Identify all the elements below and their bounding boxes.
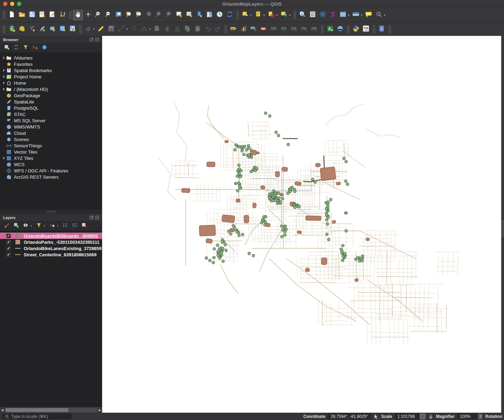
collapse-tree-button[interactable]	[31, 45, 38, 52]
layers-float-button[interactable]	[90, 216, 93, 219]
toolbar-handle[interactable]	[321, 25, 323, 34]
browser-item-wfs-ogc-api-features[interactable]: WFS / OGC API - Features	[0, 168, 102, 174]
browser-item-cloud[interactable]: Cloud	[0, 130, 102, 136]
delete-selected-button[interactable]	[162, 24, 172, 34]
open-project-button[interactable]	[17, 10, 27, 20]
scale-combobox[interactable]: 1:101786 ▼	[395, 413, 426, 419]
browser-item-wcs[interactable]: WCS	[0, 161, 102, 168]
zoom-full-button[interactable]	[113, 10, 123, 20]
select-features-dropdown-arrow[interactable]: ▾	[250, 14, 253, 17]
attribute-table-button[interactable]	[338, 10, 348, 20]
layout-manager-button[interactable]	[47, 10, 57, 20]
add-record-button[interactable]	[129, 24, 139, 34]
toggle-editing-button[interactable]	[96, 24, 106, 34]
new-3d-map-view-button[interactable]	[184, 10, 194, 20]
deselect-button[interactable]	[266, 10, 276, 20]
new-scratch-layer-button[interactable]	[47, 24, 57, 34]
browser-item-ms-sql-server[interactable]: MS SQL Server	[0, 117, 102, 124]
style-manager-button[interactable]	[57, 10, 67, 20]
expander-icon[interactable]	[2, 88, 6, 91]
label-rotate-button[interactable]: abc	[279, 24, 289, 34]
filter-dropdown-arrow[interactable]: ▾	[43, 225, 46, 227]
browser-item-stac[interactable]: STAC	[0, 111, 102, 117]
scroll-left-arrow[interactable]: ◀	[0, 409, 5, 412]
browser-close-button[interactable]	[95, 38, 99, 41]
zoom-next-button[interactable]	[164, 10, 174, 20]
toolbar-handle[interactable]	[69, 10, 71, 20]
scale-dropdown-arrow[interactable]: ▼	[420, 413, 426, 419]
refresh-small-button[interactable]	[13, 45, 20, 52]
expander-icon[interactable]	[2, 81, 6, 84]
save-edits-button[interactable]	[106, 24, 116, 34]
layer-checkbox[interactable]: ✓	[6, 240, 11, 244]
new-project-button[interactable]	[7, 10, 17, 20]
filter-button[interactable]	[35, 223, 42, 230]
themes-button[interactable]	[22, 223, 29, 230]
new-bookmark-button[interactable]	[194, 10, 204, 20]
browser-item-postgresql[interactable]: PostgreSQL	[0, 105, 102, 111]
current-edits-button[interactable]	[83, 24, 93, 34]
attribute-table-dropdown-arrow[interactable]: ▾	[347, 14, 350, 17]
toolbar-handle[interactable]	[79, 25, 82, 34]
new-mesh-layer-button[interactable]	[67, 24, 77, 34]
label-move-button[interactable]: abc	[269, 24, 279, 34]
paste-features-button[interactable]	[192, 24, 203, 34]
browser-item-xyz-tiles[interactable]: XYZ Tiles	[0, 155, 102, 161]
expression-button[interactable]: ε	[48, 223, 55, 230]
expander-icon[interactable]	[2, 56, 6, 59]
browser-item-spatial-bookmarks[interactable]: Spatial Bookmarks	[0, 67, 102, 73]
browser-item-sensorthings[interactable]: SensorThings	[0, 142, 102, 149]
remove-layer-button[interactable]	[81, 223, 87, 230]
zoom-native-button[interactable]: 1:1	[144, 10, 154, 20]
map-tips-button[interactable]	[364, 10, 374, 20]
plugin-f-button[interactable]: F	[325, 24, 335, 34]
layer-row[interactable]: ✓OrlandoParks_-53011503432395111	[0, 239, 102, 245]
layer-row[interactable]: ✓OrlandoBoardsBillboards_-809605	[0, 233, 102, 239]
toggle-extents-icon[interactable]	[373, 414, 379, 419]
browser-item-geopackage[interactable]: GeoPackage	[0, 92, 102, 99]
right-toolbar-handle[interactable]	[502, 220, 504, 237]
browser-float-button[interactable]	[90, 38, 93, 41]
coordinate-input[interactable]: 28.7594°, -81.6025°	[328, 413, 371, 419]
toolbar-handle[interactable]	[224, 25, 227, 34]
expander-icon[interactable]	[2, 157, 6, 160]
redo-button[interactable]	[213, 24, 223, 34]
layer-row[interactable]: ✓Street_Centerline_6391808615069	[0, 251, 102, 258]
zoom-in-button[interactable]	[93, 10, 103, 20]
expander-icon[interactable]	[2, 75, 6, 78]
label-change2-button[interactable]: abc	[299, 24, 309, 34]
lock-scale-icon[interactable]	[428, 414, 434, 419]
help-button[interactable]: ?	[376, 24, 387, 34]
deselect-dropdown-arrow[interactable]: ▾	[275, 14, 278, 17]
new-spatialite-button[interactable]	[37, 24, 47, 34]
collapse-all-button[interactable]	[71, 223, 78, 230]
processing-history-button[interactable]	[374, 10, 384, 20]
modify-attributes-button[interactable]	[152, 24, 162, 34]
select-location-button[interactable]	[279, 10, 289, 20]
pan-selection-button[interactable]	[83, 10, 93, 20]
filter-button[interactable]	[22, 45, 29, 52]
select-by-form-button[interactable]	[253, 10, 263, 20]
styling-button[interactable]	[3, 223, 10, 230]
dock-horizontal-scrollbar[interactable]: ◀ ▶	[0, 407, 102, 413]
zoom-last-button[interactable]	[154, 10, 164, 20]
info-button[interactable]: i	[41, 45, 48, 52]
label-change-button[interactable]: abc	[289, 24, 299, 34]
svg-annotation-button[interactable]: svg<>	[361, 24, 371, 34]
identify-button[interactable]: i	[297, 10, 307, 20]
browser-item-wms-wmts[interactable]: WMS/WMTS	[0, 124, 102, 130]
select-location-dropdown-arrow[interactable]: ▾	[288, 14, 291, 17]
label-change3-button[interactable]: abc	[309, 24, 319, 34]
vertex-tool-button[interactable]	[139, 24, 149, 34]
add-layer-button[interactable]	[3, 45, 10, 52]
layer-labeling-button[interactable]: abc	[228, 24, 238, 34]
digitize-button[interactable]	[116, 24, 126, 34]
browser-item-project-home[interactable]: Project Home	[0, 73, 102, 80]
toolbar-handle[interactable]	[2, 25, 5, 34]
pin-labels-button[interactable]: ab	[249, 24, 259, 34]
layer-row[interactable]: ✓OrlandoBikeLanesExisting_3728859	[0, 245, 102, 251]
browser-item-volumes[interactable]: /Volumes	[0, 55, 102, 61]
toolbar-handle[interactable]	[346, 25, 349, 34]
layer-diagram-button[interactable]	[238, 24, 249, 34]
new-map-view-button[interactable]	[174, 10, 184, 20]
